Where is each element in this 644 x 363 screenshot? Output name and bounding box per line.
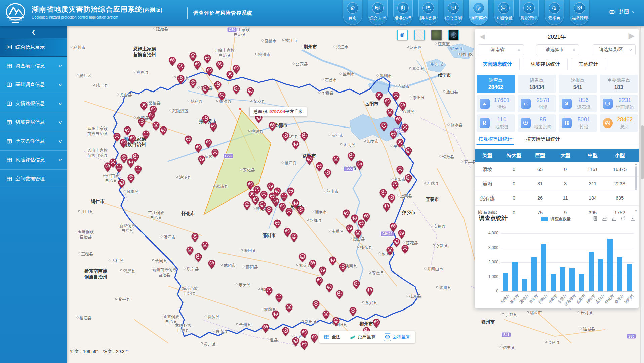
- hazard-pin[interactable]: [104, 162, 111, 173]
- hazard-pin[interactable]: [233, 85, 240, 96]
- hazard-pin[interactable]: [248, 191, 256, 202]
- hazard-pin[interactable]: [269, 192, 276, 203]
- hazard-pin[interactable]: [282, 327, 289, 338]
- hazard-pin[interactable]: [152, 121, 160, 132]
- bar-岳阳市[interactable]: [551, 274, 556, 291]
- hazard-pin[interactable]: [401, 245, 409, 255]
- stat-card-hidden-danger-points[interactable]: 隐患点18434: [518, 75, 556, 93]
- nav-item-3[interactable]: 业务运行: [393, 0, 413, 25]
- nav-item-9[interactable]: 云平台: [545, 0, 564, 25]
- hazard-pin[interactable]: [150, 106, 157, 116]
- stat-card-important-points[interactable]: 重要隐患点183: [600, 75, 638, 93]
- hazard-pin[interactable]: [204, 54, 211, 65]
- hazard-pin[interactable]: [142, 130, 150, 141]
- nav-item-1[interactable]: 首页: [343, 0, 362, 25]
- hazard-pin[interactable]: [306, 155, 313, 166]
- bar-chart-icon[interactable]: [611, 216, 616, 221]
- hazard-pin[interactable]: [366, 287, 373, 297]
- sidebar-item-6[interactable]: 孕灾条件信息∨: [0, 132, 67, 151]
- nav-item-5[interactable]: 综合监测: [444, 0, 463, 25]
- hazard-pin[interactable]: [354, 229, 362, 240]
- hazard-pin[interactable]: [346, 224, 353, 235]
- hazard-pin[interactable]: [351, 214, 358, 225]
- hazard-pin[interactable]: [247, 87, 254, 98]
- hazard-pin[interactable]: [247, 181, 254, 191]
- bar-株洲市[interactable]: [512, 262, 518, 291]
- nav-item-6[interactable]: 调查评价: [469, 0, 488, 25]
- bar-张家界市[interactable]: [569, 268, 575, 291]
- hazard-pin[interactable]: [312, 300, 320, 311]
- hazard-pin[interactable]: [205, 139, 212, 149]
- hazard-pin[interactable]: [202, 115, 209, 126]
- hazard-pin[interactable]: [290, 233, 298, 244]
- hazard-pin[interactable]: [391, 181, 399, 191]
- hazard-pin[interactable]: [292, 140, 299, 151]
- hazard-pin[interactable]: [300, 340, 308, 351]
- hazard-pin[interactable]: [258, 201, 266, 212]
- hazard-pin[interactable]: [272, 310, 279, 321]
- nav-item-10[interactable]: 系统管理: [570, 0, 589, 25]
- stat-card-quick-report-points[interactable]: 速报点541: [559, 75, 597, 93]
- chart-legend[interactable]: 调查点数量: [541, 216, 571, 222]
- type-card-5[interactable]: 110地裂缝: [477, 114, 515, 132]
- hazard-pin[interactable]: [324, 169, 331, 180]
- stat-card-survey-points[interactable]: 调查点28462: [477, 75, 515, 93]
- type-card-7[interactable]: 5001其他: [559, 114, 597, 132]
- nav-item-4[interactable]: 指挥支撑: [418, 0, 438, 25]
- hazard-pin[interactable]: [274, 219, 281, 230]
- hazard-pin[interactable]: [243, 201, 251, 212]
- hazard-pin[interactable]: [206, 67, 213, 77]
- user-menu[interactable]: 梦图 ∨: [608, 9, 635, 15]
- hazard-pin[interactable]: [287, 187, 294, 198]
- hazard-pin[interactable]: [399, 102, 406, 112]
- hazard-pin[interactable]: [332, 155, 340, 166]
- bar-常德市[interactable]: [560, 267, 565, 291]
- bar-娄底市[interactable]: [617, 257, 622, 291]
- hazard-pin[interactable]: [160, 126, 167, 137]
- hazard-pin[interactable]: [392, 92, 400, 102]
- hazard-pin[interactable]: [332, 317, 340, 328]
- tab-slope-housing-statistics[interactable]: 切坡建房统计: [523, 58, 568, 70]
- type-card-6[interactable]: 85地面沉降: [518, 114, 556, 132]
- hazard-pin[interactable]: [401, 123, 409, 134]
- hazard-pin[interactable]: [265, 206, 273, 217]
- bar-邵阳市[interactable]: [541, 244, 546, 291]
- hazard-pin[interactable]: [348, 152, 355, 163]
- hazard-pin[interactable]: [233, 65, 240, 75]
- hazard-pin[interactable]: [280, 192, 288, 203]
- sidebar-item-4[interactable]: 灾情速报信息∨: [0, 94, 67, 113]
- hazard-pin[interactable]: [316, 162, 323, 173]
- county-select[interactable]: 请选择县/区∨: [593, 44, 636, 55]
- hazard-pin[interactable]: [186, 246, 194, 257]
- hazard-pin[interactable]: [177, 63, 185, 73]
- hazard-pin[interactable]: [343, 209, 350, 220]
- hazard-pin[interactable]: [214, 81, 222, 92]
- hazard-pin[interactable]: [386, 246, 394, 257]
- hazard-pin[interactable]: [356, 160, 363, 171]
- hazard-pin[interactable]: [208, 260, 215, 270]
- hazard-pin[interactable]: [373, 319, 380, 329]
- hazard-pin[interactable]: [267, 182, 274, 193]
- hazard-pin[interactable]: [363, 213, 370, 223]
- hazard-pin[interactable]: [349, 307, 357, 318]
- hazard-pin[interactable]: [309, 260, 316, 270]
- sidebar-item-2[interactable]: 调查项目信息∨: [0, 57, 67, 75]
- subtab-by-scale[interactable]: 按规模等级统计: [478, 136, 513, 142]
- hazard-pin[interactable]: [279, 203, 286, 213]
- hazard-pin[interactable]: [260, 191, 268, 202]
- hazard-pin[interactable]: [299, 253, 306, 264]
- hazard-pin[interactable]: [326, 283, 333, 294]
- hazard-pin[interactable]: [189, 79, 197, 90]
- hazard-pin[interactable]: [297, 206, 305, 217]
- nav-item-8[interactable]: 数据管理: [519, 0, 539, 25]
- next-year-arrow[interactable]: ▶: [629, 31, 635, 40]
- hazard-pin[interactable]: [211, 149, 219, 159]
- type-card-1[interactable]: 17601滑坡: [477, 95, 515, 112]
- hazard-pin[interactable]: [393, 238, 400, 249]
- street-layer-icon[interactable]: [414, 30, 425, 40]
- bar-湘潭市[interactable]: [522, 279, 527, 291]
- sidebar-item-8[interactable]: 空间数据管理: [0, 170, 67, 188]
- hazard-pin[interactable]: [262, 324, 269, 334]
- hazard-pin[interactable]: [265, 287, 273, 297]
- layers-icon[interactable]: [397, 30, 408, 40]
